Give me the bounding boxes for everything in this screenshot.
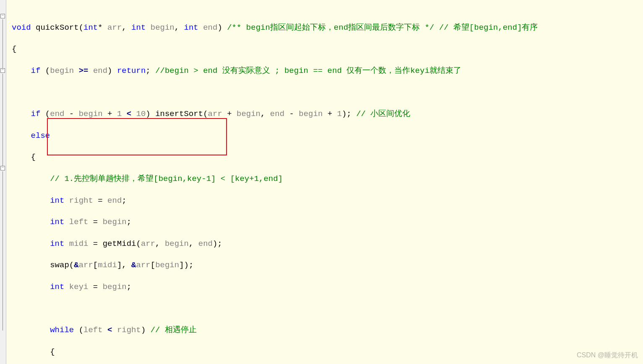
code-line: while (left < right) // 相遇停止 <box>12 325 538 336</box>
code-line: int right = end; <box>12 196 538 207</box>
code-line: { <box>12 152 538 163</box>
code-line: int midi = getMidi(arr, begin, end); <box>12 239 538 250</box>
fold-line <box>3 171 3 330</box>
code-block: void quickSort(int* arr, int begin, int … <box>12 12 538 364</box>
code-line: int left = begin; <box>12 217 538 228</box>
code-line: else <box>12 131 538 142</box>
code-line: int keyi = begin; <box>12 282 538 293</box>
code-line <box>12 304 538 315</box>
code-line: { <box>12 44 538 55</box>
fold-gutter <box>0 0 6 364</box>
fold-toggle-icon[interactable] <box>0 166 5 170</box>
code-line: if (end - begin + 1 < 10) insertSort(arr… <box>12 109 538 120</box>
watermark-text: CSDN @睡觉待开机 <box>577 350 638 361</box>
code-line: if (begin >= end) return; //begin > end … <box>12 66 538 77</box>
code-line: swap(&arr[midi], &arr[begin]); <box>12 260 538 271</box>
fold-line <box>3 19 3 68</box>
fold-toggle-icon[interactable] <box>0 14 5 18</box>
code-line: { <box>12 347 538 358</box>
code-line: // 1.先控制单趟快排，希望[begin,key-1] < [key+1,en… <box>12 174 538 185</box>
fold-line <box>3 74 3 166</box>
code-line <box>12 88 538 98</box>
fold-toggle-icon[interactable] <box>0 68 5 73</box>
code-line: void quickSort(int* arr, int begin, int … <box>12 23 538 34</box>
